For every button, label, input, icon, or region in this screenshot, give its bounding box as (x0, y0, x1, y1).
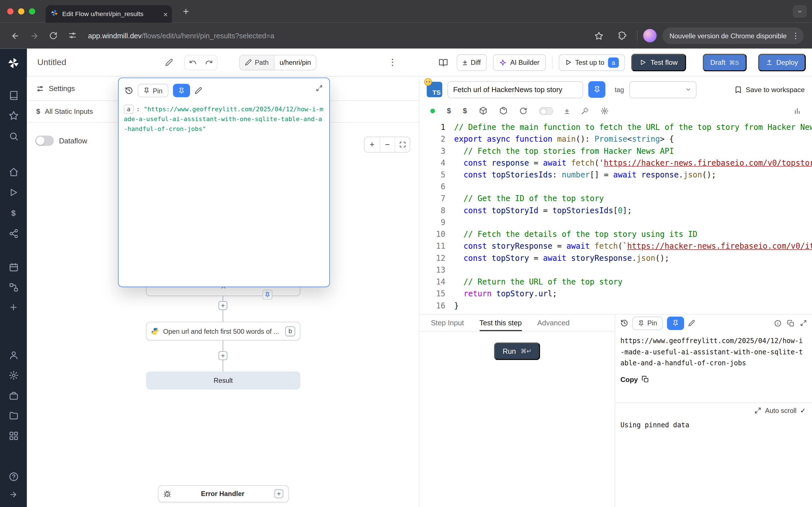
sidebar-flows-icon[interactable] (0, 280, 27, 294)
reload-button[interactable] (45, 27, 62, 45)
undo-button[interactable] (185, 55, 201, 69)
auto-scroll-control[interactable]: Auto scroll ✓ (615, 403, 812, 414)
content-area: Untitled Path u/henri/pin ⋮ (27, 49, 812, 507)
flow-toolbar: Untitled Path u/henri/pin ⋮ (27, 49, 812, 76)
popup-pin-button[interactable]: Pin (138, 84, 168, 98)
editor-settings-gear-icon[interactable] (601, 107, 608, 115)
sidebar-user-icon[interactable] (0, 348, 27, 362)
expand-icon[interactable] (800, 320, 807, 327)
copy-clipboard-icon[interactable] (787, 320, 795, 327)
sidebar-help-icon[interactable] (0, 469, 27, 484)
sidebar-search-icon[interactable] (0, 129, 27, 143)
flow-node-error-handler[interactable]: Error Handler + (158, 485, 289, 503)
flow-node-b[interactable]: Open url and fetch first 500 words of ..… (146, 322, 300, 340)
sidebar-collapse-icon[interactable] (0, 487, 27, 502)
ai-wand-icon[interactable] (581, 107, 589, 115)
sidebar-runs-icon[interactable] (0, 185, 27, 200)
sidebar-variables-icon[interactable]: $ (0, 205, 27, 220)
run-button[interactable]: Run ⌘↵ (494, 342, 540, 360)
minimize-window-button[interactable] (18, 8, 24, 14)
site-settings-icon[interactable] (64, 27, 81, 45)
insert-step-button[interactable]: + (218, 351, 227, 360)
result-value-text[interactable]: https://www.geoffreylitt.com/2025/04/12/… (615, 332, 812, 369)
sidebar-apps-icon[interactable] (0, 429, 27, 443)
sidebar-add-icon[interactable] (0, 300, 27, 314)
more-options-icon[interactable]: ⋮ (388, 57, 397, 68)
diff-mode-icon[interactable]: ± (565, 106, 569, 115)
tab-step-input[interactable]: Step Input (431, 315, 464, 331)
result-node-label: Result (214, 377, 233, 385)
flow-node-result[interactable]: Result (146, 372, 300, 390)
insert-step-button[interactable]: + (218, 301, 227, 310)
result-edit-pencil-icon[interactable] (688, 320, 695, 327)
test-flow-button[interactable]: Test flow (631, 54, 686, 71)
tab-search-button[interactable] (793, 5, 807, 17)
sidebar-folders-icon[interactable] (0, 408, 27, 422)
history-icon[interactable] (620, 319, 628, 327)
popup-edit-pencil-icon[interactable] (195, 87, 202, 94)
node-pin-badge-icon[interactable] (262, 290, 272, 300)
refresh-icon[interactable] (519, 107, 527, 115)
close-window-button[interactable] (7, 8, 13, 14)
sidebar-settings-icon[interactable] (0, 368, 27, 382)
test-up-to-button[interactable]: Test up to a (559, 54, 625, 71)
back-button[interactable] (6, 27, 24, 45)
save-to-workspace-button[interactable]: Save to workspace (734, 86, 805, 94)
step-summary-input[interactable]: Fetch url of HackerNews top story (448, 81, 583, 98)
path-control[interactable]: Path u/henri/pin (239, 55, 317, 70)
code-lines[interactable]: // Define the main function to fetch the… (454, 122, 812, 314)
popup-pin-active-button[interactable] (173, 84, 190, 98)
result-pin-active-button[interactable] (667, 316, 684, 330)
undo-redo-group (185, 55, 218, 70)
profile-avatar[interactable] (643, 29, 657, 43)
zoom-out-button[interactable]: − (379, 137, 395, 152)
dependencies-icon[interactable] (499, 107, 507, 115)
dataflow-toggle[interactable] (35, 135, 54, 146)
deploy-button[interactable]: Deploy (758, 54, 806, 71)
redo-button[interactable] (201, 55, 217, 69)
docs-book-icon[interactable] (436, 55, 450, 69)
history-icon[interactable] (125, 87, 133, 95)
extensions-puzzle-icon[interactable] (613, 27, 631, 45)
zoom-fit-button[interactable] (395, 137, 410, 152)
library-bars-icon[interactable] (794, 107, 801, 115)
sidebar-schedules-icon[interactable] (0, 260, 27, 274)
zoom-in-button[interactable]: + (364, 137, 379, 152)
browser-menu-icon[interactable]: ⋮ (792, 31, 800, 40)
diff-button[interactable]: ± Diff (457, 54, 487, 71)
bookmark-star-icon[interactable] (591, 27, 608, 45)
draft-button[interactable]: Draft ⌘S (703, 54, 747, 71)
package-icon[interactable] (479, 107, 487, 115)
sidebar-workers-icon[interactable] (0, 388, 27, 403)
result-pin-button[interactable]: Pin (632, 316, 663, 330)
tab-test-this-step[interactable]: Test this step (479, 315, 522, 331)
add-error-handler-button[interactable]: + (274, 490, 283, 498)
resources-dollar-icon[interactable]: $ (463, 107, 467, 115)
forward-button[interactable] (26, 27, 43, 45)
editor-toggle[interactable] (539, 107, 553, 115)
sidebar-home-icon[interactable] (0, 165, 27, 179)
tab-close-icon[interactable]: × (163, 10, 168, 18)
sidebar-journal-icon[interactable] (0, 88, 27, 102)
copy-result-button[interactable]: Copy (615, 369, 812, 383)
variables-icon[interactable]: $ (447, 107, 451, 115)
edit-title-pencil-icon[interactable] (161, 55, 176, 69)
popup-expand-icon[interactable] (316, 85, 322, 92)
pinned-value-json[interactable]: a: "https://www.geoffreylitt.com/2025/04… (119, 100, 329, 138)
url-text[interactable]: app.windmill.dev/flows/edit/u/henri/pin_… (88, 32, 589, 40)
step-pin-active-button[interactable] (589, 81, 606, 98)
chrome-update-chip[interactable]: Nouvelle version de Chrome disponible ⋮ (662, 27, 804, 44)
flow-title[interactable]: Untitled (37, 57, 66, 67)
ai-builder-button[interactable]: AI Builder (493, 54, 546, 71)
browser-tab[interactable]: Edit Flow u/henri/pin_results × (46, 5, 172, 22)
info-icon[interactable] (774, 320, 781, 327)
node-b-id-badge: b (285, 326, 295, 336)
dollar-icon: $ (36, 108, 40, 115)
tag-select[interactable] (629, 81, 697, 98)
zoom-window-button[interactable] (29, 8, 35, 14)
new-tab-button[interactable]: + (179, 4, 193, 18)
windmill-logo-icon[interactable] (0, 56, 27, 70)
tab-advanced[interactable]: Advanced (538, 315, 569, 331)
sidebar-resources-icon[interactable] (0, 226, 27, 240)
sidebar-star-icon[interactable] (0, 108, 27, 122)
